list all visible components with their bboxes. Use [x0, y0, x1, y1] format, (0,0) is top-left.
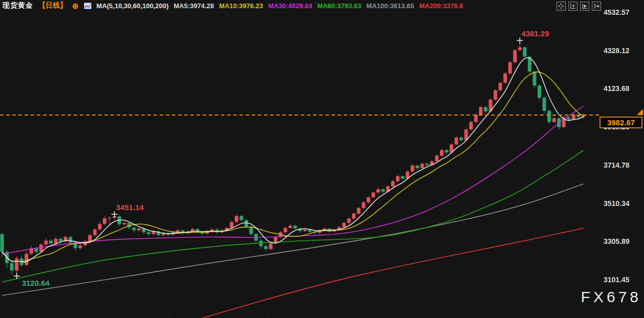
- candle-body: [543, 98, 546, 111]
- candle-body: [415, 166, 419, 168]
- candle-body: [93, 230, 97, 235]
- chart-header: 现货黄金 【日线】 ⊕ MA(5,10,30,60,100,200) MA5:3…: [0, 0, 644, 11]
- candle-body: [122, 223, 126, 224]
- candle-body: [445, 150, 449, 152]
- axis-up-arrow-icon[interactable]: [568, 2, 578, 11]
- symbol-name: 现货黄金: [3, 1, 33, 10]
- candle-body: [357, 208, 361, 214]
- last-price-value: 3982.67: [607, 118, 635, 127]
- candle-body: [401, 176, 405, 179]
- price-annotation: 3120.64: [22, 279, 50, 287]
- line-chart-icon[interactable]: [84, 3, 92, 9]
- candle-body: [523, 48, 526, 57]
- candle-body: [132, 228, 136, 230]
- candle-body: [552, 118, 556, 122]
- candle-body: [376, 189, 380, 192]
- price-annotation: 4381.29: [521, 29, 549, 38]
- candle-body: [484, 107, 487, 111]
- watermark: FX678: [581, 288, 641, 306]
- candle-body: [239, 216, 243, 220]
- candle-body: [371, 192, 375, 197]
- candle-body: [381, 189, 385, 192]
- ma-settings-label[interactable]: MA(5,10,30,60,100,200): [97, 2, 169, 10]
- ma5-line: [2, 58, 584, 262]
- y-axis-label: 3714.78: [604, 161, 630, 169]
- candle-body: [362, 202, 365, 208]
- candle-body: [44, 241, 48, 244]
- y-axis-label: 3510.34: [604, 199, 630, 208]
- crosshair-icon[interactable]: [557, 2, 566, 11]
- candle-body: [245, 220, 248, 227]
- pan-right-icon[interactable]: [592, 2, 601, 11]
- latest-price-arrow-icon: [636, 108, 643, 116]
- candle-body: [69, 237, 72, 242]
- candle-body: [15, 258, 18, 270]
- candle-body: [108, 218, 112, 218]
- period-label[interactable]: 【日线】: [38, 1, 67, 10]
- candle-body: [567, 118, 570, 120]
- candle-body: [54, 239, 58, 243]
- candle-body: [147, 232, 150, 234]
- ma10-value: MA10:3976.23: [219, 2, 263, 10]
- candle-body: [98, 224, 102, 230]
- ma10-line: [2, 72, 584, 262]
- candle-body: [250, 226, 253, 234]
- candle-body: [283, 228, 287, 232]
- candle-body: [103, 218, 106, 224]
- candle-body: [503, 74, 507, 83]
- candle-body: [259, 241, 263, 246]
- chart-app: 现货黄金 【日线】 ⊕ MA(5,10,30,60,100,200) MA5:3…: [0, 0, 644, 318]
- candle-body: [367, 197, 370, 202]
- candle-body: [532, 72, 536, 85]
- candle-body: [411, 166, 414, 172]
- candle-body: [474, 115, 478, 122]
- candle-body: [455, 138, 458, 145]
- candle-body: [352, 214, 356, 219]
- candle-body: [269, 243, 273, 249]
- candle-body: [440, 150, 443, 155]
- candle-body: [459, 138, 463, 140]
- candle-body: [469, 122, 473, 130]
- add-instrument-icon[interactable]: ⊕: [72, 2, 79, 10]
- ma60-value: MA60:3793.63: [317, 2, 361, 10]
- candle-body: [1, 234, 4, 252]
- candle-body: [479, 107, 482, 115]
- ma5-value: MA5:3974.28: [174, 2, 214, 10]
- axis-play-icon[interactable]: [580, 2, 589, 11]
- candle-body: [49, 241, 53, 243]
- ma200-value: MA200:3376.6: [419, 2, 463, 10]
- candle-body: [230, 222, 233, 228]
- y-axis-label: 3101.45: [604, 276, 630, 284]
- y-axis-label: 4328.12: [604, 47, 630, 55]
- candle-body: [538, 85, 541, 98]
- candle-body: [25, 254, 28, 265]
- candle-body: [342, 223, 346, 227]
- candle-body: [494, 90, 497, 100]
- candle-body: [396, 176, 399, 181]
- candle-body: [39, 244, 43, 252]
- candle-body: [425, 164, 429, 165]
- candle-body: [547, 111, 551, 122]
- candle-body: [294, 225, 297, 228]
- candlestick-chart[interactable]: 4381.293451.143120.644532.574328.124123.…: [0, 0, 644, 318]
- y-axis-label: 3305.89: [604, 237, 630, 245]
- candle-body: [288, 225, 292, 228]
- candle-body: [508, 62, 512, 74]
- last-price-tag: 3982.67: [599, 117, 642, 128]
- chart-toolbar: [557, 2, 601, 11]
- candle-body: [420, 164, 424, 168]
- ma60-line: [2, 150, 584, 282]
- candle-body: [518, 48, 522, 50]
- candle-body: [464, 129, 468, 140]
- ma30-value: MA30:4029.84: [268, 2, 312, 10]
- candle-body: [435, 155, 438, 161]
- candle-body: [264, 246, 268, 249]
- candle-body: [347, 219, 351, 223]
- candle-body: [303, 230, 307, 231]
- candle-body: [499, 83, 502, 90]
- candle-body: [235, 216, 238, 222]
- ma100-value: MA100:3613.65: [366, 2, 414, 10]
- candle-body: [78, 245, 82, 248]
- candle-body: [137, 229, 141, 231]
- candle-body: [391, 181, 395, 187]
